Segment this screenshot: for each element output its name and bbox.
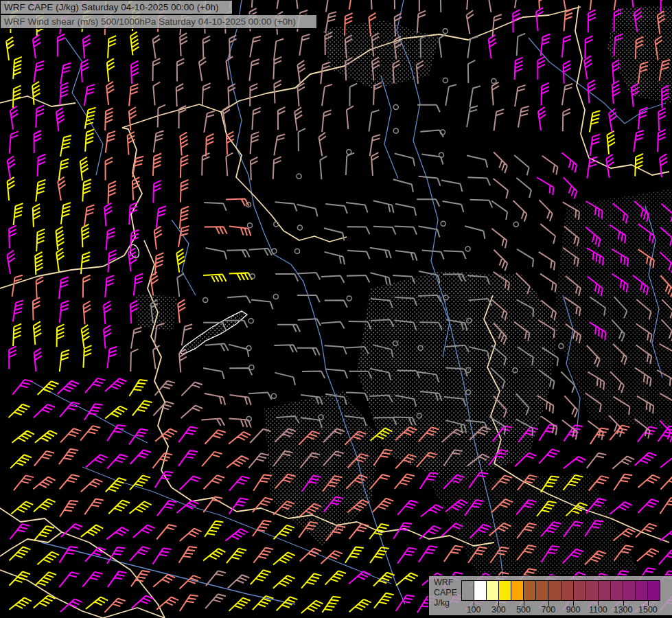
weather-map (0, 0, 672, 618)
calm-wind-circle (441, 221, 445, 226)
legend-cell (561, 581, 574, 600)
country-border (62, 532, 165, 618)
country-border (589, 158, 669, 175)
calm-wind-circle (248, 319, 253, 323)
legend-cell (574, 581, 586, 600)
calm-wind-circle (443, 29, 448, 34)
legend-tick-label: 1500 (633, 605, 663, 615)
calm-wind-circle (297, 225, 302, 230)
stipple-patch (357, 271, 559, 484)
calm-wind-circle (443, 78, 448, 83)
legend-cell (536, 581, 548, 600)
legend-cell (611, 581, 623, 600)
legend-cell (623, 581, 636, 600)
stipple-patch (553, 189, 672, 429)
legend-cell (548, 581, 561, 600)
calm-wind-circle (272, 393, 277, 398)
legend-label: WRF CAPE J/kg (434, 577, 463, 608)
legend-cell (586, 581, 599, 600)
country-border (0, 508, 62, 556)
stipple-patch (264, 391, 381, 546)
legend-label-line1: WRF (434, 577, 463, 588)
country-border (0, 96, 76, 106)
calm-wind-circle (273, 295, 278, 299)
legend-cell (599, 581, 611, 600)
country-border (144, 240, 172, 488)
legend-cell (511, 581, 524, 600)
country-border (575, 5, 589, 158)
lake-balaton (180, 311, 247, 354)
title-cape-text: WRF CAPE (J/kg) Saturday 04-10-2025 00:0… (4, 2, 219, 12)
title-windshear-text: WRF Wind shear (m/s) 500/1000hPa Saturda… (4, 16, 296, 27)
calm-wind-circle (347, 150, 351, 154)
calm-wind-circle (249, 365, 254, 370)
legend-cell (499, 581, 511, 600)
wrf-map-viewport: WRF CAPE (J/kg) Saturday 04-10-2025 00:0… (0, 0, 672, 618)
calm-wind-circle (347, 296, 351, 301)
legend-cell (474, 581, 487, 600)
stipple-patch (323, 21, 439, 89)
country-border (103, 608, 165, 618)
calm-wind-circle (295, 249, 300, 253)
terrain-stipple-layer (136, 5, 672, 580)
calm-wind-circle (203, 297, 208, 302)
legend-label-line2: CAPE (434, 588, 463, 598)
river (381, 76, 398, 179)
stipple-patch (429, 474, 638, 580)
title-bar-cape: WRF CAPE (J/kg) Saturday 04-10-2025 00:0… (0, 0, 233, 14)
calm-wind-circle (248, 223, 253, 228)
legend-colorbar (461, 580, 660, 601)
title-bar-windshear: WRF Wind shear (m/s) 500/1000hPa Saturda… (0, 14, 317, 29)
calm-wind-circle (491, 79, 496, 84)
calm-wind-circle (272, 249, 277, 253)
legend-cell (487, 581, 499, 600)
calm-wind-circle (393, 105, 398, 110)
country-border (221, 112, 347, 242)
calm-wind-circle (513, 222, 518, 227)
legend-cell (648, 581, 660, 600)
calm-wind-circle (393, 128, 398, 133)
cape-legend: WRF CAPE J/kg 10030050070090011001300150… (428, 575, 672, 616)
legend-cell (462, 581, 474, 600)
calm-wind-circle (297, 174, 301, 179)
calm-wind-circle (246, 345, 251, 350)
calm-wind-circle (465, 247, 470, 251)
legend-cell (636, 581, 648, 600)
stipple-patch (136, 294, 177, 331)
legend-cell (524, 581, 536, 600)
